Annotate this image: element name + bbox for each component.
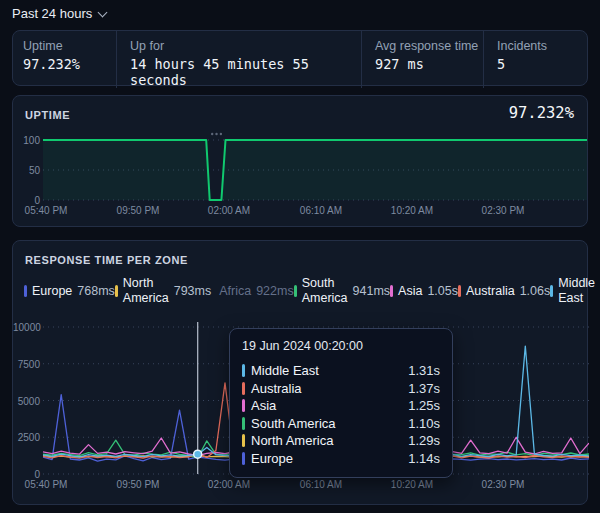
x-axis-tick-label: 02:00 AM [197, 205, 261, 216]
legend-color-bar [294, 285, 297, 297]
x-axis-tick-label: 02:00 AM [197, 479, 261, 490]
legend-item-north-america[interactable]: North America793ms [115, 276, 211, 306]
legend-color-bar [458, 285, 461, 297]
legend-zone-name: Europe [32, 284, 72, 299]
stats-strip: Uptime 97.232% Up for 14 hours 45 minute… [12, 30, 588, 86]
time-range-label: Past 24 hours [12, 6, 92, 21]
legend-item-asia[interactable]: Asia1.05s [390, 284, 458, 299]
legend-zone-name: North America [123, 276, 169, 306]
tooltip-color-bar [242, 452, 245, 465]
legend-zone-name: Asia [398, 284, 422, 299]
x-axis-tick-label: 05:40 PM [14, 205, 78, 216]
stat-label: Incidents [497, 39, 587, 53]
uptime-panel-title: UPTIME [25, 109, 70, 121]
x-axis-tick-label: 09:50 PM [106, 479, 170, 490]
x-axis-tick-label: 05:40 PM [14, 479, 78, 490]
tooltip-row: Australia1.37s [242, 380, 440, 398]
time-range-select[interactable]: Past 24 hours [12, 3, 107, 23]
tooltip-color-bar [242, 399, 245, 412]
legend-item-europe[interactable]: Europe768ms [24, 284, 115, 299]
legend-zone-value: 768ms [77, 284, 115, 299]
tooltip-timestamp: 19 Jun 2024 00:20:00 [242, 339, 440, 353]
legend-item-middle-east[interactable]: Middle East1.19s [550, 276, 600, 306]
y-axis-tick-label: 5000 [13, 396, 40, 407]
tooltip-zone-name: North America [251, 433, 333, 448]
tooltip-zone-name: Australia [251, 381, 302, 396]
x-axis-tick-label: 02:30 PM [471, 479, 535, 490]
legend-item-south-america[interactable]: South America941ms [294, 276, 390, 306]
legend-color-bar [24, 285, 27, 297]
legend-zone-value: 1.05s [427, 284, 458, 299]
chevron-down-icon [99, 7, 107, 15]
legend-color-bar [211, 285, 214, 297]
chart-tooltip: 19 Jun 2024 00:20:00 Middle East1.31sAus… [229, 328, 453, 478]
tooltip-color-bar [242, 417, 245, 430]
tooltip-zone-value: 1.37s [408, 381, 440, 396]
legend-zone-value: 922ms [256, 284, 294, 299]
x-axis-tick-label: 10:20 AM [380, 205, 444, 216]
y-axis-tick-label: 2500 [13, 432, 40, 443]
stat-value: 97.232% [23, 56, 116, 72]
tooltip-row: Middle East1.31s [242, 362, 440, 380]
y-axis-tick-label: 100 [13, 135, 40, 146]
stat-label: Avg response time [375, 39, 483, 53]
tooltip-zone-name: Middle East [251, 363, 319, 378]
stat-incidents: Incidents 5 [483, 31, 587, 88]
dashboard-page: Past 24 hours Uptime 97.232% Up for 14 h… [0, 0, 600, 513]
tooltip-zone-name: South America [251, 416, 336, 431]
legend-color-bar [390, 285, 393, 297]
y-axis-tick-label: 10000 [13, 322, 40, 333]
tooltip-zone-value: 1.10s [408, 416, 440, 431]
stat-uptime: Uptime 97.232% [13, 31, 116, 88]
tooltip-color-bar [242, 382, 245, 395]
tooltip-zone-name: Asia [251, 398, 276, 413]
tooltip-row: Europe1.14s [242, 450, 440, 468]
tooltip-zone-value: 1.31s [408, 363, 440, 378]
tooltip-zone-value: 1.14s [408, 451, 440, 466]
legend-zone-name: South America [302, 276, 348, 306]
legend-zone-name: Australia [466, 284, 515, 299]
tooltip-row: Asia1.25s [242, 397, 440, 415]
x-axis-tick-label: 02:30 PM [471, 205, 535, 216]
y-axis-tick-label: 7500 [13, 359, 40, 370]
stat-label: Uptime [23, 39, 116, 53]
legend-zone-value: 941ms [353, 284, 391, 299]
response-time-panel: RESPONSE TIME PER ZONE Europe768msNorth … [12, 240, 588, 505]
x-axis-tick-label: 10:20 AM [380, 479, 444, 490]
stat-up-for: Up for 14 hours 45 minutes 55 seconds [116, 31, 361, 88]
x-axis-tick-label: 09:50 PM [106, 205, 170, 216]
stat-value: 14 hours 45 minutes 55 seconds [130, 56, 361, 88]
tooltip-zone-value: 1.25s [408, 398, 440, 413]
legend-item-australia[interactable]: Australia1.06s [458, 284, 550, 299]
stat-label: Up for [130, 39, 361, 53]
tooltip-row: South America1.10s [242, 415, 440, 433]
legend-zone-value: 793ms [174, 284, 212, 299]
y-axis-tick-label: 50 [13, 165, 40, 176]
x-axis-tick-label: 06:10 AM [289, 205, 353, 216]
stat-value: 927 ms [375, 56, 483, 72]
tooltip-zone-value: 1.29s [408, 433, 440, 448]
response-panel-title: RESPONSE TIME PER ZONE [25, 254, 188, 266]
legend-zone-value: 1.06s [520, 284, 551, 299]
legend-item-africa[interactable]: Africa922ms [211, 284, 293, 299]
uptime-value: 97.232% [509, 104, 574, 122]
zone-legend: Europe768msNorth America793msAfrica922ms… [24, 272, 578, 310]
uptime-panel: UPTIME 97.232% 10050005:40 PM09:50 PM02:… [12, 95, 588, 227]
tooltip-zone-name: Europe [251, 451, 293, 466]
tooltip-row: North America1.29s [242, 432, 440, 450]
legend-color-bar [115, 285, 118, 297]
tooltip-color-bar [242, 364, 245, 377]
legend-zone-name: Middle East [558, 276, 595, 306]
x-axis-tick-label: 06:10 AM [289, 479, 353, 490]
tooltip-color-bar [242, 434, 245, 447]
stat-value: 5 [497, 56, 587, 72]
legend-zone-name: Africa [219, 284, 251, 299]
legend-color-bar [550, 285, 553, 297]
stat-avg-response-time: Avg response time 927 ms [361, 31, 483, 88]
